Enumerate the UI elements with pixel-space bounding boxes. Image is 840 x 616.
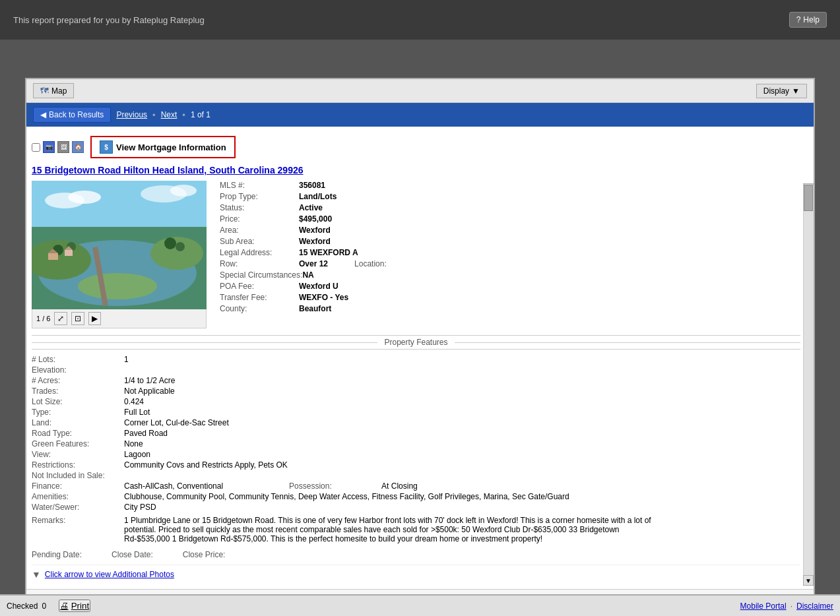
display-button[interactable]: Display ▼ <box>756 84 807 98</box>
question-icon: ? <box>796 15 801 24</box>
legal-address-row: Legal Address: 15 WEXFORD A <box>220 248 800 257</box>
mobile-portal-link[interactable]: Mobile Portal <box>740 601 787 611</box>
transfer-fee-row: Transfer Fee: WEXFO - Yes <box>220 293 800 302</box>
select-checkbox[interactable] <box>32 143 40 152</box>
photo-icon-box: 📷 <box>43 141 55 153</box>
property-photo <box>32 181 207 309</box>
checkbox-area: 📷 🖼 🏠 <box>32 141 84 153</box>
finance-row: Finance: Cash-AllCash, Conventional Poss… <box>32 481 800 491</box>
poa-fee-row: POA Fee: Wexford U <box>220 282 800 291</box>
green-features-row: Green Features: None <box>32 439 800 448</box>
amenities-row: Amenities: Clubhouse, Community Pool, Co… <box>32 492 800 501</box>
fullscreen-photo-button[interactable]: ⊡ <box>71 312 84 325</box>
toolbar: 🗺 Map Display ▼ <box>26 79 814 103</box>
water-sewer-row: Water/Sewer: City PSD <box>32 503 800 512</box>
additional-photos-arrow[interactable]: ▼ <box>32 569 41 580</box>
previous-button[interactable]: Previous <box>116 110 147 119</box>
map-button[interactable]: 🗺 Map <box>33 83 74 98</box>
not-included-row: Not Included in Sale: <box>32 471 800 480</box>
svg-point-9 <box>78 273 157 299</box>
mortgage-icon: $ <box>100 140 113 154</box>
nav-dot-separator2: • <box>182 110 185 120</box>
dates-row: Pending Date: Close Date: Close Price: <box>32 550 800 565</box>
next-button[interactable]: Next <box>161 110 178 119</box>
property-address[interactable]: 15 Bridgetown Road Hilton Head Island, S… <box>32 165 800 175</box>
elevation-row: Elevation: <box>32 365 800 375</box>
details-table: MLS #: 356081 Prop Type: Land/Lots Statu… <box>220 181 800 328</box>
features-section: # Lots: 1 Elevation: # Acres: 1/4 to 1/2… <box>32 355 800 512</box>
svg-point-8 <box>150 237 203 270</box>
disclaimer-link[interactable]: Disclaimer <box>796 601 833 611</box>
lot-size-row: Lot Size: 0.424 <box>32 397 800 406</box>
remarks-row: Remarks: 1 Plumbridge Lane or 15 Bridget… <box>32 516 800 543</box>
scrollbar-down-button[interactable]: ▼ <box>803 575 814 586</box>
print-button[interactable]: 🖨 Print <box>59 600 90 612</box>
action-row: 📷 🖼 🏠 $ View Mortgage Information <box>32 132 800 162</box>
property-main: 1 / 6 ⤢ ⊡ ▶ MLS #: 356081 Prop Type: Lan… <box>32 181 800 328</box>
lots-row: # Lots: 1 <box>32 355 800 364</box>
chevron-down-icon: ▼ <box>792 86 800 96</box>
land-row: Land: Corner Lot, Cul-de-Sac Street <box>32 418 800 427</box>
special-circ-row: Special Circumstances: NA <box>220 270 800 280</box>
additional-photos-bar: ▼ Click arrow to view Additional Photos <box>32 565 800 584</box>
next-photo-button[interactable]: ▶ <box>88 312 101 325</box>
property-features-header: Property Features <box>32 335 800 350</box>
svg-point-4 <box>170 185 197 197</box>
mls-row: MLS #: 356081 <box>220 181 800 190</box>
nav-bar: ◀ Back to Results Previous • Next • 1 of… <box>26 103 814 127</box>
remarks-section: Remarks: 1 Plumbridge Lane or 15 Bridget… <box>32 516 800 543</box>
county-row: County: Beaufort <box>220 304 800 313</box>
restrictions-row: Restrictions: Community Covs and Restric… <box>32 460 800 470</box>
svg-point-13 <box>164 237 176 249</box>
photo-counter: 1 / 6 <box>36 315 50 323</box>
report-text: This report prepared for you by Rateplug… <box>13 15 205 25</box>
status-row: Status: Active <box>220 203 800 212</box>
back-arrow-icon: ◀ <box>40 110 46 119</box>
svg-point-2 <box>68 191 101 204</box>
page-wrapper: This report prepared for you by Rateplug… <box>0 0 840 616</box>
checked-area: Checked 0 🖨 Print <box>7 600 90 612</box>
photo-container: 1 / 6 ⤢ ⊡ ▶ <box>32 181 207 328</box>
bottom-links: Mobile Portal · Disclaimer <box>740 601 833 611</box>
svg-rect-15 <box>48 253 58 260</box>
house-icon: 🏠 <box>72 141 84 153</box>
pending-date: Pending Date: <box>32 550 85 559</box>
bottom-bar: Checked 0 🖨 Print Mobile Portal · Discla… <box>0 594 840 616</box>
help-button[interactable]: ? Help <box>789 12 827 28</box>
close-price: Close Price: <box>183 550 229 559</box>
additional-photos-link[interactable]: Click arrow to view Additional Photos <box>45 570 174 579</box>
photo-controls: 1 / 6 ⤢ ⊡ ▶ <box>32 309 207 328</box>
road-type-row: Road Type: Paved Road <box>32 429 800 438</box>
back-to-results-button[interactable]: ◀ Back to Results <box>33 107 111 123</box>
acres-row: # Acres: 1/4 to 1/2 Acre <box>32 376 800 385</box>
svg-rect-17 <box>65 250 73 256</box>
sub-area-row: Sub Area: Wexford <box>220 237 800 246</box>
page-header: This report prepared for you by Rateplug… <box>0 0 840 40</box>
prop-type-row: Prop Type: Land/Lots <box>220 192 800 201</box>
print-icon: 🖨 <box>60 601 69 611</box>
content-area: 📷 🖼 🏠 $ View Mortgage Information 15 Bri… <box>26 127 814 589</box>
nav-dot-separator: • <box>152 110 156 120</box>
trades-row: Trades: Not Applicable <box>32 386 800 396</box>
scrollbar-thumb[interactable] <box>804 185 813 211</box>
view-row: View: Lagoon <box>32 450 800 459</box>
view-mortgage-button[interactable]: $ View Mortgage Information <box>90 136 236 158</box>
checked-count: 0 <box>42 601 46 611</box>
image-icon-box: 🖼 <box>57 141 69 153</box>
price-row: Price: $495,000 <box>220 214 800 224</box>
area-row: Area: Wexford <box>220 226 800 235</box>
main-window: 🗺 Map Display ▼ ◀ Back to Results Previo… <box>25 78 815 607</box>
row-row: Row: Over 12 Location: <box>220 259 800 268</box>
type-row: Type: Full Lot <box>32 408 800 417</box>
separator-space <box>50 601 55 611</box>
nav-counter: 1 of 1 <box>191 110 210 119</box>
svg-point-14 <box>176 242 185 251</box>
close-date: Close Date: <box>112 550 156 559</box>
scrollbar-track <box>803 185 814 586</box>
map-icon: 🗺 <box>40 86 49 96</box>
expand-photo-button[interactable]: ⤢ <box>54 312 67 325</box>
